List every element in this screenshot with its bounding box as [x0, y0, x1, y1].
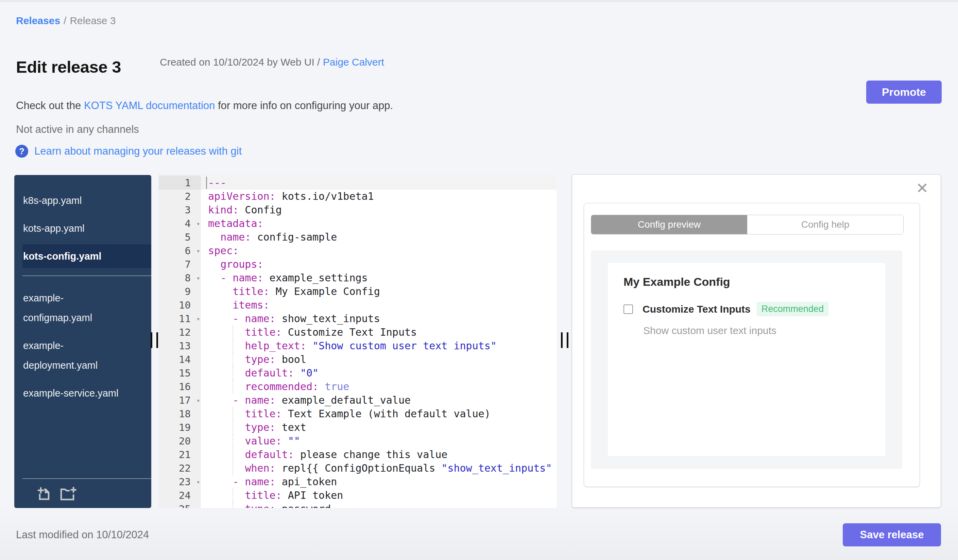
editor-preview-resize-handle[interactable]	[561, 332, 571, 348]
created-author-link[interactable]: Paige Calvert	[323, 56, 384, 68]
add-file-icon[interactable]	[36, 486, 51, 503]
fold-toggle-icon[interactable]: ▾	[197, 312, 200, 326]
breadcrumb-separator: /	[63, 15, 66, 26]
file-item-example-configmap.yaml[interactable]: example-configmap.yaml	[22, 286, 151, 330]
code-line[interactable]: 25 type: password	[159, 502, 557, 508]
docs-prefix: Check out the	[16, 100, 84, 111]
code-line[interactable]: 3kind: Config	[159, 203, 557, 217]
git-releases-link[interactable]: Learn about managing your releases with …	[34, 145, 242, 157]
fold-toggle-icon[interactable]: ▾	[197, 217, 200, 230]
window-top-strip	[0, 0, 958, 2]
config-item-label: Customize Text Inputs	[642, 304, 751, 315]
config-item-row: Customize Text Inputs Recommended	[623, 302, 828, 316]
file-item-example-deployment.yaml[interactable]: example-deployment.yaml	[22, 334, 151, 377]
code-line[interactable]: 8▾ - name: example_settings	[159, 271, 557, 285]
code-line[interactable]: 20 value: ""	[159, 434, 557, 448]
code-line[interactable]: 16 recommended: true	[159, 380, 557, 394]
file-item-kots-app.yaml[interactable]: kots-app.yaml	[22, 217, 151, 240]
promote-button[interactable]: Promote	[866, 81, 942, 104]
page-title: Edit release 3	[16, 57, 121, 76]
sidebar-footer-divider	[22, 478, 151, 479]
fold-toggle-icon[interactable]: ▾	[197, 244, 200, 258]
line-number: 23▾	[159, 475, 201, 489]
config-preview-panel: ✕ Config previewConfig help My Example C…	[572, 174, 941, 508]
line-number: 15	[159, 366, 201, 380]
line-number: 20	[159, 434, 201, 448]
line-number: 3	[159, 203, 201, 217]
code-line[interactable]: 10 items:	[159, 298, 557, 312]
code-text: title: Customize Text Inputs	[201, 326, 557, 339]
line-number: 18	[159, 407, 201, 421]
code-line[interactable]: 12 title: Customize Text Inputs	[159, 326, 557, 339]
code-text: default: "0"	[201, 366, 557, 380]
add-folder-icon[interactable]	[60, 486, 78, 503]
text-cursor	[206, 177, 207, 189]
tab-config-preview[interactable]: Config preview	[591, 215, 747, 234]
code-text: default: please change this value	[201, 448, 557, 462]
line-number: 21	[159, 448, 201, 462]
file-item-kots-config.yaml[interactable]: kots-config.yaml	[22, 244, 151, 268]
code-line[interactable]: 17▾ - name: example_default_value	[159, 394, 557, 407]
code-text: type: password	[201, 502, 557, 508]
line-number: 17▾	[159, 394, 201, 407]
line-number: 14	[159, 353, 201, 366]
code-line[interactable]: 2apiVersion: kots.io/v1beta1	[159, 190, 557, 203]
code-line[interactable]: 7 groups:	[159, 258, 557, 271]
preview-tab-group: Config previewConfig help	[591, 215, 904, 234]
kots-yaml-docs-link[interactable]: KOTS YAML documentation	[84, 100, 215, 111]
line-number: 22	[159, 462, 201, 475]
line-number: 6▾	[159, 244, 201, 258]
line-number: 5	[159, 230, 201, 244]
tab-config-help[interactable]: Config help	[747, 215, 903, 234]
line-number: 12	[159, 326, 201, 339]
code-text: title: My Example Config	[201, 285, 557, 298]
config-render-area: My Example Config Customize Text Inputs …	[591, 250, 902, 469]
line-number: 13	[159, 339, 201, 353]
config-group-title: My Example Config	[623, 275, 730, 288]
code-line[interactable]: 18 title: Text Example (with default val…	[159, 407, 557, 421]
code-line[interactable]: 11▾ - name: show_text_inputs	[159, 312, 557, 326]
file-item-k8s-app.yaml[interactable]: k8s-app.yaml	[22, 188, 151, 212]
fold-toggle-icon[interactable]: ▾	[197, 271, 200, 285]
code-text: title: Text Example (with default value)	[201, 407, 557, 421]
code-line[interactable]: 13 help_text: "Show custom user text inp…	[159, 339, 557, 353]
code-line[interactable]: 6▾spec:	[159, 244, 557, 258]
help-question-icon[interactable]: ?	[15, 145, 28, 158]
code-text: groups:	[201, 258, 557, 271]
code-line[interactable]: 24 title: API token	[159, 489, 557, 502]
line-number: 24	[159, 489, 201, 502]
fold-toggle-icon[interactable]: ▾	[197, 475, 200, 489]
code-line[interactable]: 1---	[159, 176, 557, 190]
code-line[interactable]: 15 default: "0"	[159, 366, 557, 380]
code-line[interactable]: 19 type: text	[159, 421, 557, 434]
code-text: title: API token	[201, 489, 557, 502]
yaml-code-editor[interactable]: 1---2apiVersion: kots.io/v1beta13kind: C…	[159, 175, 557, 508]
code-line[interactable]: 14 type: bool	[159, 353, 557, 366]
line-number: 19	[159, 421, 201, 434]
code-text: metadata:	[201, 217, 557, 230]
code-line[interactable]: 21 default: please change this value	[159, 448, 557, 462]
file-item-example-service.yaml[interactable]: example-service.yaml	[22, 381, 151, 405]
breadcrumb-releases-link[interactable]: Releases	[16, 15, 60, 26]
code-text: ---	[201, 176, 557, 190]
code-text: apiVersion: kots.io/v1beta1	[201, 190, 557, 203]
code-text: items:	[201, 298, 557, 312]
code-line[interactable]: 23▾ - name: api_token	[159, 475, 557, 489]
resize-bar	[156, 332, 158, 348]
code-text: spec:	[201, 244, 557, 258]
fold-toggle-icon[interactable]: ▾	[197, 394, 200, 407]
edit-release-page: Releases/Release 3 Edit release 3 Create…	[0, 0, 958, 560]
line-number: 11▾	[159, 312, 201, 326]
code-text: type: bool	[201, 353, 557, 366]
code-line[interactable]: 5 name: config-sample	[159, 230, 557, 244]
file-list-divider	[22, 275, 151, 276]
code-text: type: text	[201, 421, 557, 434]
code-line[interactable]: 4▾metadata:	[159, 217, 557, 230]
save-release-button[interactable]: Save release	[843, 523, 941, 546]
code-text: kind: Config	[201, 203, 557, 217]
code-line[interactable]: 22 when: repl{{ ConfigOptionEquals "show…	[159, 462, 557, 475]
customize-text-inputs-checkbox[interactable]	[623, 304, 633, 314]
breadcrumb: Releases/Release 3	[16, 15, 116, 27]
code-line[interactable]: 9 title: My Example Config	[159, 285, 557, 298]
close-icon[interactable]: ✕	[916, 181, 928, 196]
